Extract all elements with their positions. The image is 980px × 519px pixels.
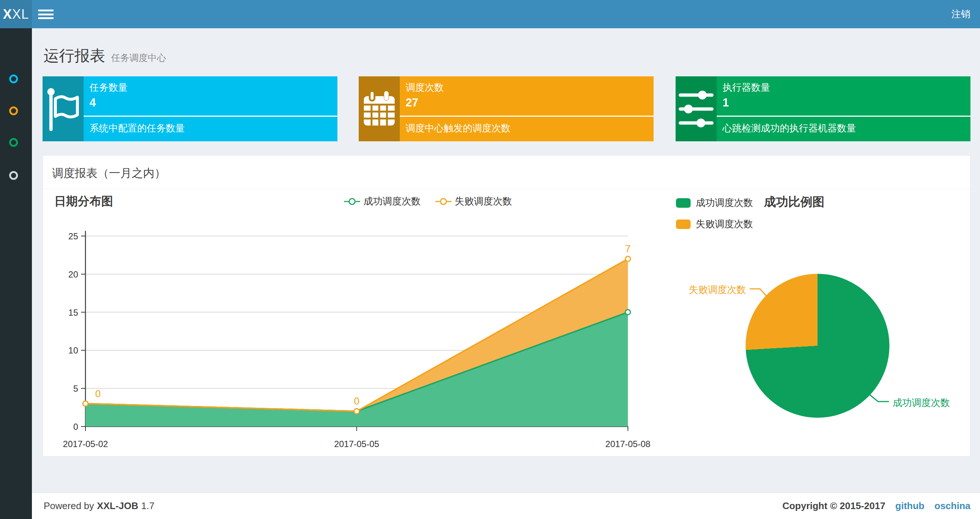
app-logo-rest: XL	[12, 6, 29, 22]
sliders-icon	[678, 90, 714, 128]
stat-desc: 系统中配置的任务数量	[89, 122, 185, 135]
top-navbar: XXL 注销	[0, 0, 980, 28]
stat-desc: 心跳检测成功的执行器机器数量	[722, 122, 856, 135]
sidebar-item-jobs-circle-icon[interactable]	[9, 107, 18, 115]
svg-text:10: 10	[68, 345, 78, 355]
sidebar	[0, 28, 32, 519]
svg-text:15: 15	[68, 308, 78, 318]
pie-legend-item-fail[interactable]: 失败调度次数	[676, 218, 753, 230]
copyright: Copyright © 2015-2017 github oschina	[782, 493, 970, 519]
stat-box-triggers: 调度次数 27 调度中心触发的调度次数	[359, 76, 654, 141]
svg-text:25: 25	[68, 231, 78, 241]
flag-icon	[46, 87, 80, 131]
pie-label-fail: 失败调度次数	[689, 283, 746, 296]
sidebar-toggle-button[interactable]	[38, 10, 54, 19]
stat-title: 调度次数	[406, 81, 444, 94]
svg-text:0: 0	[354, 396, 360, 407]
pie-label-success: 成功调度次数	[893, 396, 950, 409]
stat-divider	[400, 116, 654, 117]
stat-divider	[84, 116, 337, 117]
report-panel-header: 调度报表（一月之内）	[43, 156, 970, 189]
line-chart: 05101520252017-05-022017-05-052017-05-08…	[43, 191, 666, 457]
stat-value: 27	[406, 96, 418, 109]
stat-value: 4	[89, 96, 96, 109]
sidebar-item-logs-circle-icon[interactable]	[9, 138, 18, 147]
github-link[interactable]: github	[895, 500, 924, 511]
stat-divider	[717, 116, 970, 117]
report-panel-title: 调度报表（一月之内）	[52, 166, 166, 181]
oschina-link[interactable]: oschina	[934, 500, 970, 511]
sidebar-item-executors-circle-icon[interactable]	[9, 171, 18, 180]
stat-desc: 调度中心触发的调度次数	[406, 122, 511, 135]
svg-text:0: 0	[73, 422, 78, 432]
hamburger-icon	[38, 10, 54, 11]
page-title: 运行报表任务调度中心	[44, 46, 166, 66]
stat-value: 1	[722, 96, 729, 109]
sidebar-item-report-circle-icon[interactable]	[9, 75, 18, 83]
stat-box-triggers-icon-area	[359, 76, 400, 141]
svg-text:2017-05-05: 2017-05-05	[334, 439, 379, 449]
stat-box-executors: 执行器数量 1 心跳检测成功的执行器机器数量	[676, 76, 970, 141]
svg-text:7: 7	[625, 243, 630, 254]
stat-title: 执行器数量	[722, 81, 770, 94]
app-logo[interactable]: XXL	[0, 0, 32, 28]
stat-box-executors-icon-area	[676, 76, 717, 141]
pie-chart-title: 成功比例图	[764, 194, 824, 210]
main-footer: Powered byXXL-JOB1.7 Copyright © 2015-20…	[32, 492, 980, 519]
product-version: 1.7	[141, 500, 154, 511]
dashboard-page: XXL 注销 运行报表任务调度中心 任务数量 4 系统中配置的任务数量	[0, 0, 980, 519]
success-swatch-icon	[676, 198, 690, 208]
calendar-icon	[363, 91, 396, 127]
svg-text:2017-05-08: 2017-05-08	[606, 439, 651, 449]
svg-text:5: 5	[73, 383, 78, 393]
pie-chart	[746, 274, 889, 418]
pie-legend-item-success[interactable]: 成功调度次数	[676, 196, 753, 209]
stat-title: 任务数量	[89, 81, 127, 94]
app-logo-bold: X	[3, 6, 12, 22]
fail-swatch-icon	[676, 219, 690, 229]
stat-box-jobs-icon-area	[43, 76, 84, 141]
powered-by: Powered byXXL-JOB1.7	[44, 493, 154, 519]
svg-text:20: 20	[68, 270, 78, 279]
svg-text:2017-05-02: 2017-05-02	[63, 439, 108, 449]
logout-link[interactable]: 注销	[942, 0, 980, 28]
stat-box-jobs: 任务数量 4 系统中配置的任务数量	[43, 76, 337, 141]
svg-text:0: 0	[95, 388, 100, 399]
product-name: XXL-JOB	[97, 500, 138, 511]
pie-chart-legend: 成功调度次数 失败调度次数	[676, 196, 753, 230]
page-subtitle: 任务调度中心	[111, 53, 166, 63]
